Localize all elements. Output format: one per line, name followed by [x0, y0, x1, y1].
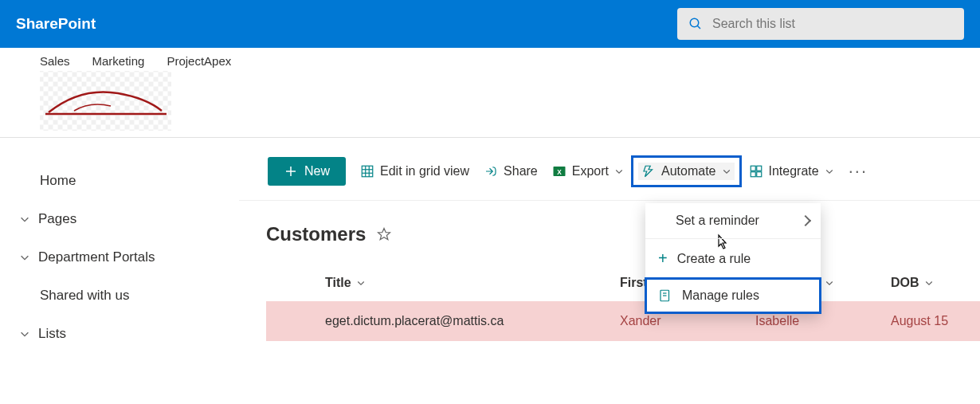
integrate-button[interactable]: Integrate [749, 164, 834, 178]
rules-icon [658, 288, 672, 303]
breadcrumb-sales[interactable]: Sales [40, 54, 70, 68]
nav-label: Home [40, 173, 76, 189]
new-button[interactable]: New [268, 157, 346, 186]
brand-logo[interactable]: SharePoint [16, 15, 96, 33]
integrate-label: Integrate [769, 164, 819, 178]
export-button[interactable]: X Export [552, 164, 624, 178]
column-label: Title [325, 276, 351, 290]
automate-button[interactable]: Automate [638, 163, 734, 180]
integrate-icon [749, 164, 763, 178]
nav-label: Department Portals [38, 249, 155, 265]
svg-rect-14 [756, 172, 761, 177]
sidebar-item-department-portals[interactable]: Department Portals [16, 238, 223, 277]
new-label: New [304, 164, 330, 178]
chevron-down-icon [924, 278, 934, 288]
share-icon [484, 164, 498, 178]
cell-first-name: Xander [620, 314, 755, 328]
svg-rect-13 [751, 172, 755, 177]
sidebar-item-lists[interactable]: Lists [16, 315, 223, 353]
column-title[interactable]: Title [325, 276, 620, 290]
export-label: Export [572, 164, 609, 178]
chevron-down-icon [825, 167, 834, 176]
nav-label: Pages [38, 211, 76, 227]
command-bar: New Edit in grid view Share X Export Aut… [239, 138, 980, 201]
excel-icon: X [552, 164, 566, 178]
edit-grid-button[interactable]: Edit in grid view [360, 164, 469, 178]
edit-grid-label: Edit in grid view [380, 164, 469, 178]
sidebar-item-pages[interactable]: Pages [16, 200, 223, 238]
cell-title: eget.dictum.placerat@mattis.ca [325, 314, 620, 328]
nav-label: Shared with us [40, 288, 129, 304]
chevron-down-icon [614, 167, 624, 176]
plus-icon [284, 164, 298, 178]
page-title: Customers [266, 223, 366, 245]
chevron-down-icon [825, 278, 834, 288]
chevron-down-icon [19, 214, 30, 225]
share-label: Share [504, 164, 538, 178]
search-box[interactable] [677, 8, 964, 40]
dropdown-set-reminder[interactable]: Set a reminder [645, 203, 821, 238]
chevron-down-icon [19, 252, 30, 263]
chevron-down-icon [722, 167, 731, 176]
svg-point-0 [690, 18, 699, 27]
customers-table: Title First Name Last Name DOB eget.dict… [239, 269, 980, 341]
dd-label: Manage rules [682, 288, 759, 303]
cell-last-name: Isabelle [755, 314, 891, 328]
svg-rect-11 [751, 166, 755, 171]
sidebar-item-shared-with-us[interactable]: Shared with us [16, 277, 223, 315]
column-headers: Title First Name Last Name DOB [266, 269, 980, 301]
plus-icon: + [658, 249, 668, 268]
column-dob[interactable]: DOB [891, 276, 962, 290]
dd-label: Create a rule [677, 252, 751, 266]
dd-label: Set a reminder [676, 214, 759, 228]
nav-label: Lists [38, 326, 66, 342]
svg-rect-4 [362, 166, 373, 177]
car-logo-icon [42, 77, 170, 125]
suite-header: SharePoint [0, 0, 980, 48]
grid-icon [360, 164, 374, 178]
svg-line-1 [697, 25, 700, 29]
chevron-down-icon [19, 328, 30, 339]
breadcrumb: Sales Marketing ProjectApex [40, 54, 964, 68]
svg-marker-18 [378, 229, 390, 240]
automate-icon [641, 164, 656, 178]
main-pane: New Edit in grid view Share X Export Aut… [239, 138, 980, 369]
table-row[interactable]: eget.dictum.placerat@mattis.ca Xander Is… [266, 301, 980, 341]
svg-text:X: X [557, 169, 562, 176]
dropdown-create-rule[interactable]: + Create a rule [645, 238, 821, 278]
automate-dropdown: Set a reminder + Create a rule Manage ru… [645, 203, 821, 313]
svg-rect-12 [756, 166, 761, 171]
search-input[interactable] [712, 17, 953, 31]
column-label: DOB [891, 276, 919, 290]
content-area: Home Pages Department Portals Shared wit… [0, 138, 980, 369]
cell-dob: August 15 [891, 314, 948, 328]
site-logo[interactable] [40, 71, 171, 131]
share-button[interactable]: Share [484, 164, 538, 178]
more-actions-button[interactable]: ··· [849, 161, 868, 182]
automate-label: Automate [661, 164, 715, 178]
dropdown-manage-rules[interactable]: Manage rules [645, 278, 821, 313]
chevron-down-icon [356, 278, 366, 288]
sidebar-nav: Home Pages Department Portals Shared wit… [0, 138, 239, 369]
favorite-star-icon[interactable] [377, 227, 391, 241]
site-header: Sales Marketing ProjectApex [0, 48, 980, 138]
sidebar-item-home[interactable]: Home [16, 162, 223, 200]
breadcrumb-projectapex[interactable]: ProjectApex [167, 54, 231, 68]
page-title-row: Customers [239, 201, 980, 269]
breadcrumb-marketing[interactable]: Marketing [92, 54, 145, 68]
search-icon [688, 17, 703, 31]
